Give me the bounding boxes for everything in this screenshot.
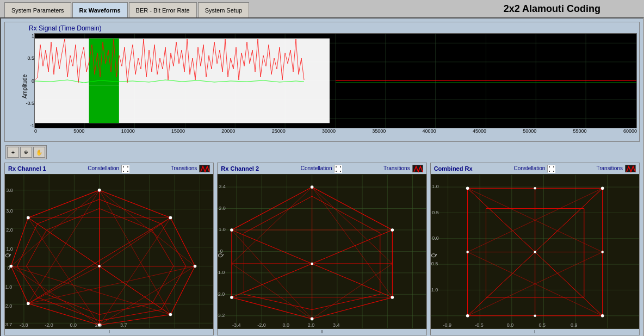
svg-point-84 — [98, 189, 101, 192]
svg-text:-3.8: -3.8 — [20, 322, 28, 328]
svg-text:-3.4: -3.4 — [232, 322, 241, 328]
panel-rx2-header: Rx Channel 2 Constellation Transitions — [218, 163, 426, 174]
panel-rx1-controls: Constellation — [88, 165, 129, 172]
svg-text:Q: Q — [431, 253, 437, 258]
y-ticks: 1 0.5 0 -0.5 -1 — [19, 33, 34, 128]
panel-rx2-transitions-btn[interactable] — [412, 165, 423, 172]
panel-combined-i-label: I — [431, 329, 639, 335]
svg-text:0.5: 0.5 — [538, 322, 546, 328]
svg-point-197 — [601, 314, 604, 318]
svg-text:-0.9: -0.9 — [443, 322, 451, 328]
panel-rx2-constellation-btn[interactable] — [334, 165, 342, 172]
toolbar-area: + ⊕ ✋ — [5, 145, 640, 159]
tab-system-parameters[interactable]: System Parameters — [4, 2, 71, 17]
svg-text:2.0: 2.0 — [219, 206, 226, 211]
svg-point-195 — [466, 186, 469, 190]
panel-combined-transitions-controls: Transitions — [596, 165, 636, 172]
svg-rect-16 — [35, 39, 330, 123]
svg-point-156 — [553, 171, 554, 172]
svg-text:1.0: 1.0 — [6, 246, 13, 252]
panel-rx1-header: Rx Channel 1 Constellation Transitions — [5, 163, 213, 174]
top-chart-title: Rx Signal (Time Domain) — [29, 24, 637, 32]
panel-rx1-constellation-btn[interactable] — [121, 165, 129, 172]
svg-point-147 — [391, 296, 394, 299]
svg-point-91 — [27, 216, 30, 220]
panel-rx1-title: Rx Channel 1 — [8, 165, 46, 172]
x-tick-30000: 30000 — [322, 128, 336, 134]
svg-text:-2.0: -2.0 — [218, 291, 225, 297]
svg-point-145 — [311, 185, 314, 189]
svg-text:0.0: 0.0 — [432, 235, 439, 241]
svg-text:-2.0: -2.0 — [45, 322, 53, 328]
svg-point-92 — [98, 265, 101, 267]
panel-rx2-chart: 3.4 2.0 1.0 0 -1.0 -2.0 -3.2 -3.4 -2.0 0… — [218, 174, 426, 329]
svg-text:0.9: 0.9 — [571, 322, 578, 328]
svg-text:0.0: 0.0 — [506, 322, 513, 328]
svg-text:-0.5: -0.5 — [431, 261, 438, 266]
svg-text:-2.0: -2.0 — [258, 322, 267, 328]
svg-point-200 — [601, 251, 604, 253]
svg-point-201 — [534, 187, 536, 190]
svg-point-154 — [553, 166, 554, 167]
x-tick-40000: 40000 — [423, 128, 436, 134]
svg-point-25 — [127, 171, 128, 172]
y-tick-0: 0 — [19, 78, 34, 84]
svg-text:-3.2: -3.2 — [218, 313, 225, 318]
tab-rx-waveforms[interactable]: Rx Waveforms — [72, 2, 128, 17]
svg-text:1.0: 1.0 — [219, 227, 226, 232]
panel-combined-transitions-label: Transitions — [596, 165, 623, 172]
panel-rx-channel-1: Rx Channel 1 Constellation Transitions — [4, 163, 214, 335]
svg-point-148 — [311, 318, 314, 321]
toolbar-btn-zoom[interactable]: ⊕ — [20, 147, 32, 158]
panel-rx2-i-label: I — [218, 329, 426, 335]
svg-point-199 — [466, 251, 469, 253]
svg-point-90 — [9, 265, 13, 268]
svg-point-22 — [123, 166, 124, 167]
svg-text:0.0: 0.0 — [283, 322, 290, 328]
toolbar-btn-pan[interactable]: ✋ — [33, 147, 45, 158]
x-tick-55000: 55000 — [573, 128, 587, 134]
panel-rx1-i-label: I — [5, 329, 213, 335]
svg-text:-1.0: -1.0 — [5, 284, 12, 290]
svg-point-89 — [27, 302, 30, 305]
svg-text:3.4: 3.4 — [219, 184, 226, 189]
panel-rx2-title: Rx Channel 2 — [221, 165, 259, 172]
svg-rect-21 — [122, 165, 129, 173]
svg-text:3.0: 3.0 — [6, 208, 13, 214]
svg-rect-18 — [89, 85, 119, 123]
x-tick-60000: 60000 — [623, 128, 637, 134]
svg-point-146 — [391, 228, 394, 232]
svg-text:Q: Q — [5, 253, 11, 258]
svg-rect-93 — [335, 165, 342, 173]
main-container: System Parameters Rx Waveforms BER - Bit… — [0, 0, 644, 336]
svg-point-196 — [601, 186, 604, 190]
tab-ber[interactable]: BER - Bit Error Rate — [129, 2, 197, 17]
x-tick-50000: 50000 — [523, 128, 536, 134]
svg-point-202 — [534, 315, 536, 318]
panel-combined-chart: 1.0 0.5 0.0 -0.5 -1.0 -0.9 -0.5 0.0 0.5 … — [431, 174, 639, 329]
svg-text:3.4: 3.4 — [333, 322, 340, 328]
content-area: Rx Signal (Time Domain) Amplitude 1 0.5 … — [0, 17, 644, 336]
y-tick-05: 0.5 — [19, 55, 34, 61]
svg-text:-1.0: -1.0 — [431, 287, 438, 293]
time-chart: Amplitude 1 0.5 0 -0.5 -1 — [13, 33, 637, 139]
svg-rect-152 — [548, 165, 555, 173]
svg-point-97 — [340, 171, 341, 172]
panel-rx2-transitions-label: Transitions — [383, 165, 410, 172]
toolbar: + ⊕ ✋ — [5, 145, 47, 159]
x-tick-35000: 35000 — [372, 128, 386, 134]
time-chart-inner — [34, 33, 637, 128]
panel-rx2-controls: Constellation — [301, 165, 342, 172]
tab-system-setup[interactable]: System Setup — [198, 2, 249, 17]
svg-text:Q: Q — [218, 253, 224, 258]
svg-point-198 — [466, 314, 469, 318]
x-tick-5000: 5000 — [73, 128, 84, 134]
panel-rx1-transitions-btn[interactable] — [199, 165, 210, 172]
toolbar-btn-plus[interactable]: + — [7, 147, 19, 158]
svg-point-96 — [336, 171, 337, 172]
x-tick-45000: 45000 — [473, 128, 486, 134]
svg-text:-3.7: -3.7 — [5, 322, 12, 327]
svg-text:-2.0: -2.0 — [5, 303, 12, 309]
panel-combined-constellation-btn[interactable] — [547, 165, 555, 172]
panel-combined-transitions-btn[interactable] — [625, 165, 636, 172]
